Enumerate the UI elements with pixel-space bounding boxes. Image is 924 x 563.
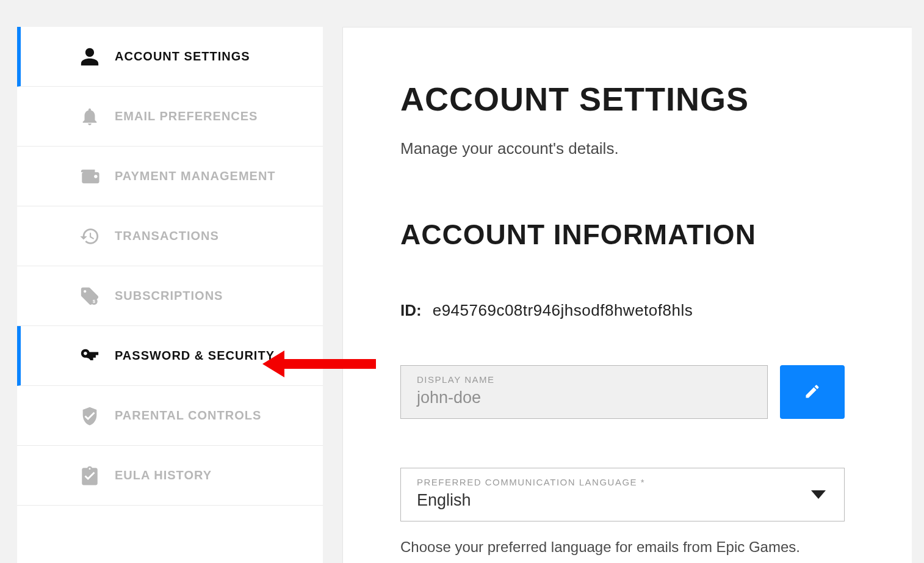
clipboard-check-icon	[78, 464, 101, 487]
key-icon	[78, 344, 101, 368]
sidebar-item-subscriptions[interactable]: $ SUBSCRIPTIONS	[17, 266, 323, 326]
sidebar-item-transactions[interactable]: TRANSACTIONS	[17, 206, 323, 266]
shield-check-icon	[78, 404, 101, 427]
account-id-row: ID: e945769c08tr946jhsodf8hwetof8hls	[400, 301, 912, 320]
display-name-label: DISPLAY NAME	[417, 374, 751, 385]
display-name-field: DISPLAY NAME john-doe	[400, 365, 768, 419]
sidebar-item-password-security[interactable]: PASSWORD & SECURITY	[17, 326, 323, 386]
person-icon	[78, 45, 101, 68]
sidebar-item-payment-management[interactable]: PAYMENT MANAGEMENT	[17, 147, 323, 206]
sidebar-item-label: EULA HISTORY	[115, 468, 212, 482]
language-label: PREFERRED COMMUNICATION LANGUAGE *	[417, 477, 828, 487]
page-subtitle: Manage your account's details.	[400, 139, 912, 158]
tag-icon: $	[78, 285, 101, 308]
bell-icon	[78, 105, 101, 128]
language-select[interactable]: PREFERRED COMMUNICATION LANGUAGE * Engli…	[400, 468, 845, 521]
display-name-value: john-doe	[417, 388, 751, 407]
sidebar-item-account-settings[interactable]: ACCOUNT SETTINGS	[17, 27, 323, 87]
account-id-label: ID:	[400, 301, 422, 320]
sidebar-item-label: SUBSCRIPTIONS	[115, 289, 223, 303]
sidebar-item-label: PASSWORD & SECURITY	[115, 349, 275, 363]
pencil-icon	[804, 383, 821, 402]
section-title: ACCOUNT INFORMATION	[400, 218, 912, 251]
sidebar-item-email-preferences[interactable]: EMAIL PREFERENCES	[17, 87, 323, 147]
sidebar-item-label: EMAIL PREFERENCES	[115, 109, 258, 123]
sidebar-item-label: TRANSACTIONS	[115, 229, 219, 243]
sidebar: ACCOUNT SETTINGS EMAIL PREFERENCES PAYME…	[17, 27, 323, 563]
wallet-icon	[78, 165, 101, 188]
chevron-down-icon	[811, 490, 826, 499]
sidebar-item-eula-history[interactable]: EULA HISTORY	[17, 446, 323, 506]
sidebar-item-label: PAYMENT MANAGEMENT	[115, 169, 276, 183]
main-content: ACCOUNT SETTINGS Manage your account's d…	[342, 27, 912, 563]
sidebar-item-parental-controls[interactable]: PARENTAL CONTROLS	[17, 386, 323, 446]
page-title: ACCOUNT SETTINGS	[400, 81, 912, 117]
svg-text:$: $	[93, 299, 95, 303]
language-value: English	[417, 491, 828, 510]
language-helper-text: Choose your preferred language for email…	[400, 539, 912, 556]
sidebar-item-label: ACCOUNT SETTINGS	[115, 49, 250, 64]
edit-display-name-button[interactable]	[780, 365, 845, 419]
sidebar-item-label: PARENTAL CONTROLS	[115, 409, 261, 423]
history-icon	[78, 225, 101, 248]
account-id-value: e945769c08tr946jhsodf8hwetof8hls	[433, 301, 693, 320]
